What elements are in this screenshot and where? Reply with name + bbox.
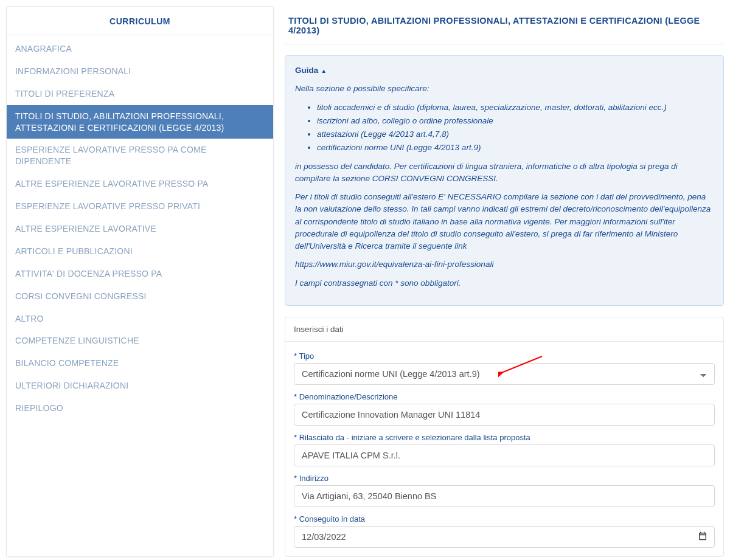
sidebar-item[interactable]: ALTRE ESPERIENZE LAVORATIVE PRESSO PA [7, 173, 273, 195]
tipo-select[interactable]: Certificazioni norme UNI (Legge 4/2013 a… [294, 363, 715, 385]
guide-heading-text: Guida [295, 64, 318, 77]
indirizzo-input[interactable] [294, 485, 715, 507]
sidebar-item[interactable]: TITOLI DI PREFERENZA [7, 83, 273, 105]
sidebar-item[interactable]: RIEPILOGO [7, 397, 273, 420]
guide-toggle[interactable]: Guida ▲ [295, 64, 714, 77]
guide-bullet-item: titoli accademici e di studio (diploma, … [317, 102, 714, 114]
guide-link[interactable]: https://www.miur.gov.it/equivalenza-ai-f… [295, 258, 714, 271]
page-title: TITOLI DI STUDIO, ABILITAZIONI PROFESSIO… [285, 6, 724, 44]
conseguito-label: * Conseguito in data [294, 514, 715, 524]
sidebar-item[interactable]: ESPERIENZE LAVORATIVE PRESSO PA COME DIP… [7, 139, 273, 173]
conseguito-input[interactable] [294, 526, 715, 548]
sidebar-item[interactable]: ULTERIORI DICHIARAZIONI [7, 375, 273, 397]
sidebar: CURRICULUM ANAGRAFICAINFORMAZIONI PERSON… [6, 6, 274, 557]
guide-bullets: titoli accademici e di studio (diploma, … [317, 102, 714, 154]
form-header: Inserisci i dati [285, 317, 723, 342]
sidebar-item[interactable]: ALTRE ESPERIENZE LAVORATIVE [7, 218, 273, 240]
caret-up-icon: ▲ [321, 66, 327, 75]
guide-bullet-item: attestazioni (Legge 4/2013 art.4,7,8) [317, 128, 714, 140]
indirizzo-label: * Indirizzo [294, 474, 715, 483]
sidebar-title: CURRICULUM [7, 7, 273, 35]
guide-paragraph-2: Per i titoli di studio conseguiti all'es… [295, 191, 714, 252]
sidebar-item[interactable]: TITOLI DI STUDIO, ABILITAZIONI PROFESSIO… [7, 105, 273, 139]
sidebar-list: ANAGRAFICAINFORMAZIONI PERSONALITITOLI D… [7, 38, 273, 420]
sidebar-item[interactable]: ALTRO [7, 308, 273, 330]
main-content: TITOLI DI STUDIO, ABILITAZIONI PROFESSIO… [285, 6, 724, 557]
sidebar-item[interactable]: ANAGRAFICA [7, 38, 273, 60]
denominazione-label: * Denominazione/Descrizione [294, 392, 715, 401]
sidebar-item[interactable]: BILANCIO COMPETENZE [7, 352, 273, 375]
sidebar-item[interactable]: ATTIVITA' DI DOCENZA PRESSO PA [7, 263, 273, 285]
guide-paragraph-3: I campi contrassegnati con * sono obblig… [295, 277, 714, 289]
guide-panel: Guida ▲ Nella sezione è possibile specif… [285, 55, 724, 306]
denominazione-input[interactable] [294, 404, 715, 426]
sidebar-item[interactable]: ESPERIENZE LAVORATIVE PRESSO PRIVATI [7, 195, 273, 218]
rilasciato-label: * Rilasciato da - iniziare a scrivere e … [294, 433, 715, 442]
guide-bullet-item: iscrizioni ad albo, collegio o ordine pr… [317, 115, 714, 127]
guide-bullet-item: certificazioni norme UNI (Legge 4/2013 a… [317, 142, 714, 154]
tipo-label: * Tipo [294, 351, 715, 361]
rilasciato-input[interactable] [294, 444, 715, 466]
sidebar-item[interactable]: ARTICOLI E PUBBLICAZIONI [7, 240, 273, 263]
guide-intro: Nella sezione è possibile specificare: [295, 83, 714, 95]
form-card: Inserisci i dati * Tipo Certificazioni n… [285, 317, 724, 557]
sidebar-item[interactable]: COMPETENZE LINGUISTICHE [7, 330, 273, 352]
sidebar-item[interactable]: INFORMAZIONI PERSONALI [7, 60, 273, 83]
guide-paragraph-1: in possesso del candidato. Per certifica… [295, 161, 714, 185]
sidebar-item[interactable]: CORSI CONVEGNI CONGRESSI [7, 285, 273, 308]
